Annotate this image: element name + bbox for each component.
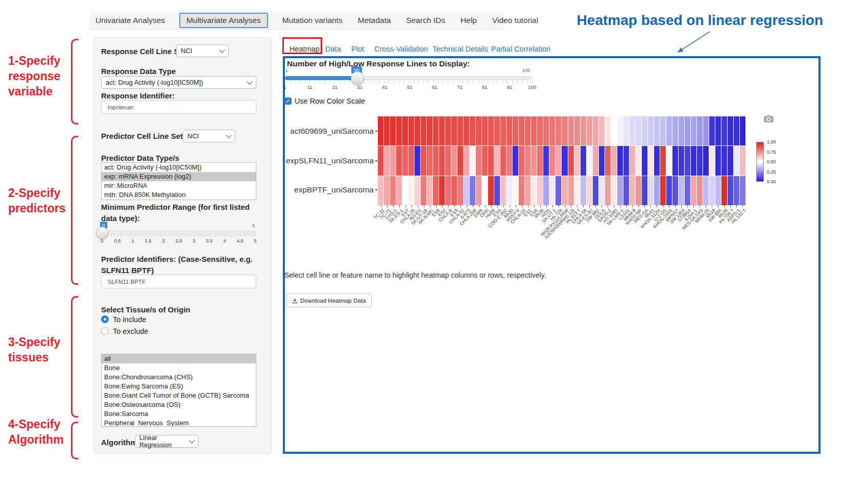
response-cell-line-set-select[interactable]: NCI bbox=[176, 44, 229, 57]
response-slider-tick bbox=[285, 81, 285, 83]
heatmap-col-tick bbox=[485, 205, 486, 207]
tissue-include-radio[interactable] bbox=[101, 315, 109, 323]
download-heatmap-data-button[interactable]: Download Heatmap Data bbox=[286, 294, 372, 307]
heatmap-cell-r0-c28 bbox=[549, 116, 555, 145]
nav-item-univariate-analyses[interactable]: Univariate Analyses bbox=[94, 13, 166, 28]
nav-item-help[interactable]: Help bbox=[460, 13, 478, 28]
heatmap-cell-r0-c20 bbox=[500, 116, 506, 145]
heatmap-cell-r1-c30 bbox=[562, 146, 567, 175]
tissue-include-label: To include bbox=[113, 315, 146, 324]
heatmap-cell-r0-c19 bbox=[494, 116, 500, 145]
response-data-type-select[interactable]: act: Drug Activity (-log10[IC50M]) bbox=[101, 76, 256, 89]
tissue-listbox[interactable]: allBoneBone:Chondrosarcoma (CHS)Bone:Ewi… bbox=[101, 354, 256, 427]
tissue-option-all[interactable]: all bbox=[102, 354, 256, 363]
predictor-range-tick bbox=[124, 235, 124, 237]
heatmap-col-tick bbox=[393, 205, 394, 207]
algorithm-select[interactable]: Linear Regression bbox=[135, 435, 199, 448]
nav-item-metadata[interactable]: Metadata bbox=[357, 13, 392, 28]
heatmap-col-tick bbox=[632, 205, 633, 207]
response-identifier-input[interactable] bbox=[101, 100, 256, 114]
heatmap-col-tick bbox=[638, 205, 639, 207]
heatmap-col-tick bbox=[534, 205, 535, 207]
heatmap-cell-r1-c3 bbox=[396, 146, 402, 175]
tab-plot[interactable]: Plot bbox=[351, 45, 364, 53]
nav-item-mutation-variants[interactable]: Mutation variants bbox=[281, 13, 344, 28]
nav-item-video-tutorial[interactable]: Video tutorial bbox=[491, 13, 539, 28]
response-lines-max-label: 100 bbox=[522, 68, 530, 73]
heatmap-cell-r2-c45 bbox=[654, 176, 660, 205]
heatmap-cell-r0-c26 bbox=[537, 116, 543, 145]
response-slider-tick bbox=[423, 81, 424, 83]
page: Univariate AnalysesMultivariate Analyses… bbox=[0, 0, 868, 488]
heatmap-cell-r1-c4 bbox=[402, 146, 408, 175]
heatmap-cell-r0-c33 bbox=[581, 116, 586, 145]
response-slider-tick bbox=[354, 81, 355, 83]
tab-data[interactable]: Data bbox=[325, 45, 341, 53]
heatmap-cell-r2-c55 bbox=[715, 176, 721, 205]
tab-heatmap[interactable]: Heatmap bbox=[290, 45, 320, 53]
heatmap-col-tick bbox=[412, 205, 412, 207]
predictor-range-tick bbox=[252, 235, 253, 237]
heatmap-row-label-act609699-unisarcoma[interactable]: act609699_uniSarcoma bbox=[276, 127, 374, 136]
response-slider-tick bbox=[403, 81, 404, 83]
tissue-option-bone-osteosarcoma-os[interactable]: Bone:Osteosarcoma (OS) bbox=[102, 400, 256, 409]
predictor-range-tick bbox=[209, 235, 210, 237]
heatmap-col-tick bbox=[424, 205, 424, 207]
response-slider-tick bbox=[483, 81, 483, 83]
predictor-data-type-option-act-drug-activity-log10-ic50m[interactable]: act: Drug Activity (-log10[IC50M]) bbox=[102, 163, 256, 172]
response-slider-tick bbox=[344, 81, 345, 83]
min-predictor-range-handle[interactable] bbox=[96, 227, 108, 239]
heatmap-col-tick bbox=[552, 205, 553, 207]
heatmap-row-label-expbptf-unisarcoma[interactable]: expBPTF_uniSarcoma bbox=[276, 185, 374, 194]
response-slider-tick bbox=[517, 81, 518, 83]
heatmap-cell-r2-c27 bbox=[543, 176, 549, 205]
predictor-range-tick bbox=[139, 235, 139, 237]
tissue-exclude-radio[interactable] bbox=[101, 327, 109, 335]
tab-cross-validation[interactable]: Cross-Validation bbox=[374, 45, 428, 53]
heatmap-cell-r2-c1 bbox=[384, 176, 390, 205]
response-slider-tick bbox=[290, 81, 291, 83]
heatmap-col-tick bbox=[540, 205, 541, 207]
response-slider-tick bbox=[334, 81, 335, 83]
predictor-data-type-option-mth-dna-850k-methylation[interactable]: mth: DNA 850K Methylation bbox=[102, 190, 256, 200]
heatmap-cell-r2-c37 bbox=[605, 176, 611, 205]
tab-technical-details[interactable]: Technical Details bbox=[432, 45, 488, 53]
heatmap-cell-r0-c49 bbox=[679, 116, 684, 145]
heatmap-cell-r1-c59 bbox=[740, 146, 745, 175]
response-slider-tick bbox=[443, 81, 444, 83]
heatmap-cell-r0-c4 bbox=[402, 116, 408, 145]
response-slider-tick bbox=[364, 81, 365, 83]
response-slider-ticklabel-1: 1 bbox=[276, 84, 294, 90]
min-predictor-range-max-label: 5 bbox=[252, 223, 255, 228]
response-slider-tick bbox=[324, 81, 325, 83]
tissue-option-peripheral-nervous-system[interactable]: Peripheral_Nervous_System bbox=[102, 419, 256, 427]
nav-item-multivariate-analyses[interactable]: Multivariate Analyses bbox=[179, 13, 268, 28]
predictor-data-type-option-mir-microrna[interactable]: mir: MicroRNA bbox=[102, 181, 256, 190]
heatmap-col-tick bbox=[559, 205, 559, 207]
tissue-option-bone-giant-cell-tumor-of-bone-gctb-sarcoma[interactable]: Bone:Giant Cell Tumor of Bone (GCTB) Sar… bbox=[102, 391, 256, 400]
heatmap-cell-r1-c6 bbox=[415, 146, 420, 175]
heatmap-row-label-expslfn11-unisarcoma[interactable]: expSLFN11_uniSarcoma bbox=[276, 156, 374, 165]
nav-item-search-ids[interactable]: Search IDs bbox=[405, 13, 446, 28]
predictor-range-ticklabel-0-5: 0.5 bbox=[109, 238, 126, 243]
heatmap-col-tick bbox=[405, 205, 406, 207]
predictor-data-types-listbox[interactable]: act: Drug Activity (-log10[IC50M])exp: m… bbox=[101, 162, 256, 200]
tissue-option-bone-sarcoma[interactable]: Bone:Sarcoma bbox=[102, 409, 256, 419]
row-color-scale-checkbox[interactable]: ✓ bbox=[284, 97, 292, 105]
min-predictor-range-track[interactable] bbox=[101, 231, 256, 235]
heatmap-cell-r2-c21 bbox=[507, 176, 512, 205]
response-slider-tick bbox=[295, 81, 295, 83]
tissue-option-bone[interactable]: Bone bbox=[102, 363, 256, 373]
tissue-option-bone-ewing-sarcoma-es[interactable]: Bone:Ewing Sarcoma (ES) bbox=[102, 382, 256, 391]
response-lines-handle[interactable] bbox=[351, 71, 364, 85]
response-slider-tick bbox=[339, 81, 340, 83]
heatmap-cell-r2-c19 bbox=[494, 176, 500, 205]
predictor-data-type-option-exp-mrna-expression-log2[interactable]: exp: mRNA Expression (log2) bbox=[102, 172, 256, 181]
response-slider-tick bbox=[369, 81, 370, 83]
camera-download-plot-icon[interactable] bbox=[764, 115, 774, 123]
heatmap-cell-r1-c1 bbox=[384, 146, 390, 175]
tab-partial-correlation[interactable]: Partial Correlation bbox=[491, 45, 550, 53]
predictor-identifiers-input[interactable] bbox=[101, 275, 256, 288]
predictor-cell-line-set-select[interactable]: NCI bbox=[183, 130, 235, 142]
tissue-option-bone-chondrosarcoma-chs[interactable]: Bone:Chondrosarcoma (CHS) bbox=[102, 373, 256, 382]
